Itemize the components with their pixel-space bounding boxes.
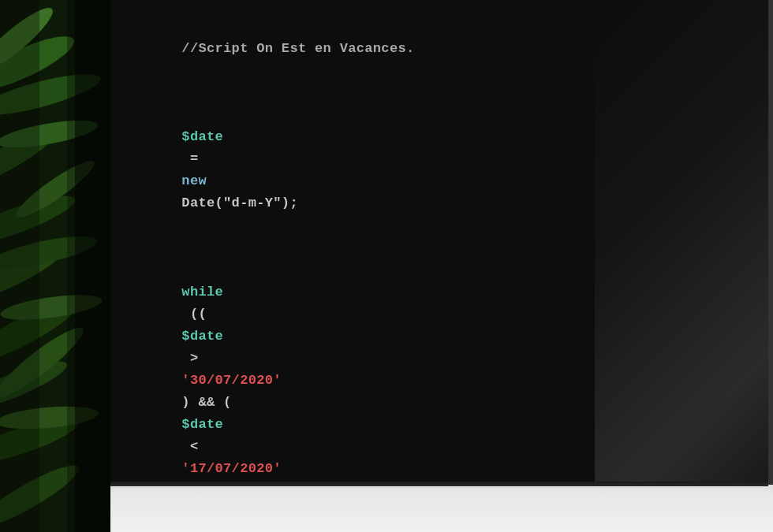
svg-point-12 <box>0 353 71 419</box>
while-paren-open: (( <box>181 307 207 322</box>
monitor-bottom <box>68 482 768 486</box>
svg-point-2 <box>0 1 59 79</box>
code-line-blank1 <box>115 82 737 104</box>
equals-op: = <box>181 151 207 166</box>
scene: //Script On Est en Vacances. $date = new… <box>0 0 773 532</box>
comment-text: //Script On Est en Vacances. <box>181 41 414 56</box>
date-string-2: '17/07/2020' <box>181 461 282 476</box>
code-line-comment: //Script On Est en Vacances. <box>115 16 737 82</box>
var-date-2: $date <box>181 329 223 344</box>
while-keyword: while <box>181 285 223 299</box>
svg-point-4 <box>0 118 65 198</box>
svg-point-8 <box>0 240 66 312</box>
lt-op: < <box>181 439 207 454</box>
code-line-date: $date = new Date("d-m-Y"); <box>115 104 737 236</box>
date-string-1: '30/07/2020' <box>181 373 282 388</box>
new-keyword: new <box>181 173 215 188</box>
var-date-3: $date <box>181 417 223 432</box>
code-area: //Script On Est en Vacances. $date = new… <box>68 0 768 485</box>
date-class: Date("d-m-Y"); <box>181 195 298 210</box>
svg-rect-17 <box>0 0 39 532</box>
and-op: ) && ( <box>181 395 231 410</box>
code-line-blank2 <box>115 236 737 259</box>
code-screen: //Script On Est en Vacances. $date = new… <box>68 0 768 485</box>
gt-op: > <box>181 351 207 366</box>
var-date: $date <box>181 129 223 144</box>
code-line-while: while (( $date > '30/07/2020' ) && ( $da… <box>115 259 737 485</box>
